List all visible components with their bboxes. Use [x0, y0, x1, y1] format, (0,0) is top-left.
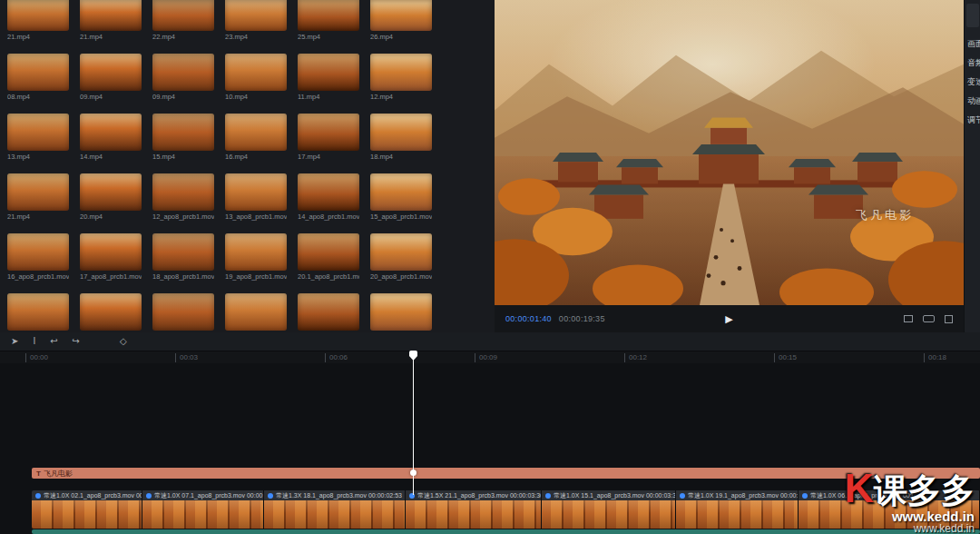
right-panel-item[interactable]: 调节 [965, 111, 980, 130]
media-thumbnail[interactable] [80, 0, 142, 31]
right-panel-item[interactable]: 动画 [965, 92, 980, 111]
playhead-line[interactable] [413, 351, 414, 495]
preview-viewer[interactable]: 飞凡电影 [495, 0, 964, 305]
media-item[interactable]: 08.mp4 [7, 54, 69, 102]
media-item[interactable]: 12_apo8_prcb1.mov [152, 173, 214, 222]
media-thumbnail[interactable] [298, 0, 359, 31]
media-item[interactable]: 19_apo8_prcb1.mov [225, 233, 287, 282]
media-item[interactable]: 10.mp4 [225, 54, 287, 102]
play-button[interactable]: ▶ [725, 313, 732, 325]
media-thumbnail[interactable] [225, 173, 287, 211]
media-item[interactable]: 21.mp4 [7, 0, 69, 42]
video-clip[interactable]: 常速1.0X 15.1_apo8_prcb3.mov 00:00:03:36 [542, 490, 676, 529]
media-item[interactable] [152, 293, 214, 332]
media-thumbnail[interactable] [225, 54, 287, 91]
media-item[interactable]: 26.mp4 [370, 0, 432, 42]
right-panel-item[interactable]: 变速 [965, 73, 980, 92]
media-item[interactable]: 13.mp4 [7, 114, 69, 162]
media-thumbnail[interactable] [7, 293, 69, 331]
media-thumbnail[interactable] [152, 233, 214, 271]
redo-icon[interactable]: ↪ [73, 337, 80, 346]
media-thumbnail[interactable] [225, 0, 287, 31]
media-item[interactable]: 14.mp4 [80, 114, 142, 162]
fullscreen-icon[interactable] [945, 315, 953, 323]
media-item[interactable]: 23.mp4 [225, 0, 287, 42]
video-clip[interactable]: 常速1.3X 18.1_apo8_prcb3.mov 00:00:02:53 [264, 490, 406, 529]
media-library-panel: 21.mp421.mp422.mp423.mp425.mp426.mp408.m… [0, 0, 495, 332]
timeline-ruler[interactable]: 00:0000:0300:0600:0900:1200:1500:18 [0, 351, 980, 363]
keyframe-icon[interactable]: ◇ [120, 337, 127, 346]
media-thumbnail[interactable] [370, 293, 432, 331]
media-thumbnail[interactable] [370, 0, 432, 31]
media-item[interactable]: 25.mp4 [298, 0, 359, 42]
media-thumbnail[interactable] [7, 173, 69, 211]
media-item[interactable]: 09.mp4 [152, 54, 214, 102]
media-thumbnail[interactable] [80, 233, 142, 271]
media-item[interactable]: 16.mp4 [225, 114, 287, 162]
media-thumbnail[interactable] [152, 0, 214, 31]
media-thumbnail[interactable] [152, 293, 214, 331]
media-item[interactable] [298, 293, 359, 332]
ratio-icon[interactable] [923, 315, 935, 322]
media-thumbnail[interactable] [225, 293, 287, 331]
media-item[interactable]: 20_apo8_prcb1.mov [370, 233, 432, 282]
media-item[interactable] [80, 293, 142, 332]
media-item[interactable]: 15.mp4 [152, 114, 214, 162]
media-item[interactable]: 13_apo8_prcb1.mov [225, 173, 287, 222]
video-clip[interactable]: 常速1.5X 21.1_apo8_prcb3.mov 00:00:03:36 [406, 490, 542, 529]
media-thumbnail[interactable] [370, 54, 432, 91]
ruler-label: 00:09 [475, 353, 497, 362]
media-item[interactable]: 14_apo8_prcb1.mov [298, 173, 359, 222]
media-thumbnail[interactable] [80, 293, 142, 331]
media-thumbnail[interactable] [7, 54, 69, 91]
media-thumbnail[interactable] [225, 233, 287, 271]
text-track-clip[interactable]: T 飞凡电影 [32, 468, 980, 479]
media-item[interactable]: 17.mp4 [298, 114, 359, 162]
media-item[interactable]: 09.mp4 [80, 54, 142, 102]
media-thumbnail[interactable] [298, 114, 359, 151]
cursor-tool-icon[interactable]: ➤ [11, 337, 18, 346]
undo-icon[interactable]: ↩ [50, 337, 57, 346]
media-thumbnail[interactable] [298, 173, 359, 211]
media-item[interactable]: 22.mp4 [152, 0, 214, 42]
media-thumbnail[interactable] [80, 54, 142, 91]
video-clip[interactable]: 常速1.0X 02.1_apo8_prcb3.mov 00:00:02:53 [32, 490, 142, 529]
trim-tool-icon[interactable]: I [33, 337, 35, 346]
media-item[interactable] [7, 293, 69, 332]
right-panel-item[interactable]: 音频 [965, 54, 980, 73]
video-clip[interactable]: 常速1.0X 07.1_apo8_prcb3.mov 00:00:02:53 [142, 490, 264, 529]
media-item[interactable]: 16_apo8_prcb1.mov [7, 233, 69, 282]
media-thumbnail[interactable] [7, 233, 69, 271]
media-thumbnail[interactable] [298, 54, 359, 91]
media-item[interactable]: 20.1_apo8_prcb1.mov [298, 233, 359, 282]
media-thumbnail[interactable] [298, 233, 359, 271]
media-thumbnail[interactable] [152, 54, 214, 91]
media-thumbnail[interactable] [225, 114, 287, 151]
media-item[interactable]: 11.mp4 [298, 54, 359, 102]
media-thumbnail[interactable] [7, 0, 69, 31]
media-item[interactable]: 12.mp4 [370, 54, 432, 102]
media-thumbnail[interactable] [370, 114, 432, 151]
snapshot-icon[interactable] [904, 315, 913, 322]
media-thumbnail[interactable] [370, 233, 432, 271]
media-thumbnail[interactable] [370, 173, 432, 211]
media-thumbnail[interactable] [298, 293, 359, 331]
media-thumbnail[interactable] [80, 173, 142, 211]
media-item[interactable]: 18.mp4 [370, 114, 432, 162]
media-thumbnail[interactable] [80, 114, 142, 151]
media-item[interactable]: 21.mp4 [80, 0, 142, 42]
media-item[interactable]: 21.mp4 [7, 173, 69, 222]
media-item[interactable] [225, 293, 287, 332]
media-item[interactable] [370, 293, 432, 332]
audio-track-clip[interactable] [32, 529, 980, 534]
media-filename: 09.mp4 [152, 93, 214, 102]
media-item[interactable]: 15_apo8_prcb1.mov [370, 173, 432, 222]
media-item[interactable]: 20.mp4 [80, 173, 142, 222]
media-thumbnail[interactable] [7, 114, 69, 151]
media-thumbnail[interactable] [152, 114, 214, 151]
video-clip[interactable]: 常速1.0X 19.1_apo8_prcb3.mov 00:00:02:53 [676, 490, 799, 529]
right-panel-item[interactable]: 画面 [965, 35, 980, 54]
media-item[interactable]: 18_apo8_prcb1.mov [152, 233, 214, 282]
media-thumbnail[interactable] [152, 173, 214, 211]
media-item[interactable]: 17_apo8_prcb1.mov [80, 233, 142, 282]
